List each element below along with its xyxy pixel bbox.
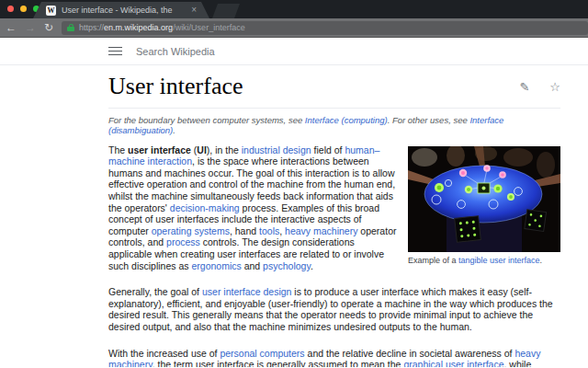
browser-tab[interactable]: W User interface - Wikipedia, the × bbox=[33, 2, 209, 18]
edit-pencil-icon[interactable]: ✎ bbox=[519, 81, 529, 93]
url-path: /wiki/User_interface bbox=[173, 23, 245, 32]
minimize-window-button[interactable] bbox=[20, 6, 27, 12]
browser-tab-bar: W User interface - Wikipedia, the × bbox=[0, 0, 588, 18]
paragraph-2: Generally, the goal of user interface de… bbox=[108, 286, 560, 332]
url-host: en.m.wikipedia.org bbox=[104, 23, 173, 32]
page-viewport: Search Wikipedia User interface ✎ ☆ For … bbox=[0, 38, 588, 367]
bold-text: UI bbox=[197, 144, 207, 155]
paragraph-3: With the increased use of personal compu… bbox=[108, 348, 560, 368]
wiki-link[interactable]: user interface design bbox=[202, 286, 291, 297]
image-caption: Example of a tangible user interface. bbox=[408, 256, 560, 266]
article-thumbnail[interactable]: Example of a tangible user interface. bbox=[408, 146, 560, 266]
wiki-link[interactable]: heavy machinery bbox=[285, 225, 357, 236]
search-input[interactable]: Search Wikipedia bbox=[136, 46, 215, 57]
secure-lock-icon[interactable] bbox=[67, 24, 74, 31]
wiki-link[interactable]: decision-making bbox=[170, 202, 240, 213]
address-bar[interactable]: https://en.m.wikipedia.org/wiki/User_int… bbox=[62, 21, 588, 35]
url-text: https://en.m.wikipedia.org/wiki/User_int… bbox=[79, 23, 245, 32]
tangible-interface-photo[interactable] bbox=[408, 146, 560, 252]
article-content: User interface ✎ ☆ For the boundary betw… bbox=[0, 65, 588, 367]
wiki-link[interactable]: tools bbox=[259, 225, 279, 236]
wiki-link[interactable]: industrial design bbox=[242, 144, 311, 155]
article-title-row: User interface ✎ ☆ bbox=[108, 65, 560, 109]
wiki-link[interactable]: process bbox=[166, 236, 200, 247]
forward-icon[interactable]: → bbox=[25, 22, 36, 33]
tab-title: User interface - Wikipedia, the bbox=[62, 6, 186, 15]
page-title: User interface bbox=[108, 74, 243, 100]
lead-section: Example of a tangible user interface. Th… bbox=[108, 144, 560, 272]
tab-close-icon[interactable]: × bbox=[191, 6, 197, 15]
reload-icon[interactable]: ↻ bbox=[44, 22, 53, 33]
wiki-link[interactable]: psychology bbox=[263, 260, 311, 271]
back-icon[interactable]: ← bbox=[6, 22, 17, 33]
url-scheme: https:// bbox=[79, 23, 104, 32]
wiki-link[interactable]: Interface (computing) bbox=[305, 115, 388, 125]
bold-text: user interface bbox=[128, 144, 191, 155]
wikipedia-mobile-header: Search Wikipedia bbox=[0, 38, 588, 65]
wiki-link[interactable]: personal computers bbox=[220, 348, 304, 359]
close-window-button[interactable] bbox=[7, 6, 14, 12]
watchlist-star-icon[interactable]: ☆ bbox=[549, 81, 560, 93]
hatnote: For the boundary between computer system… bbox=[108, 115, 560, 135]
wiki-link[interactable]: ergonomics bbox=[191, 260, 241, 271]
wiki-link[interactable]: operating systems bbox=[152, 225, 230, 236]
wiki-link[interactable]: graphical user interface bbox=[403, 359, 503, 367]
wiki-link[interactable]: tangible user interface bbox=[458, 256, 540, 265]
window-controls bbox=[7, 6, 40, 12]
browser-toolbar: ← → ↻ https://en.m.wikipedia.org/wiki/Us… bbox=[0, 18, 588, 38]
wikipedia-favicon: W bbox=[46, 6, 56, 16]
new-tab-button[interactable] bbox=[212, 4, 240, 18]
menu-hamburger-icon[interactable] bbox=[108, 47, 122, 56]
